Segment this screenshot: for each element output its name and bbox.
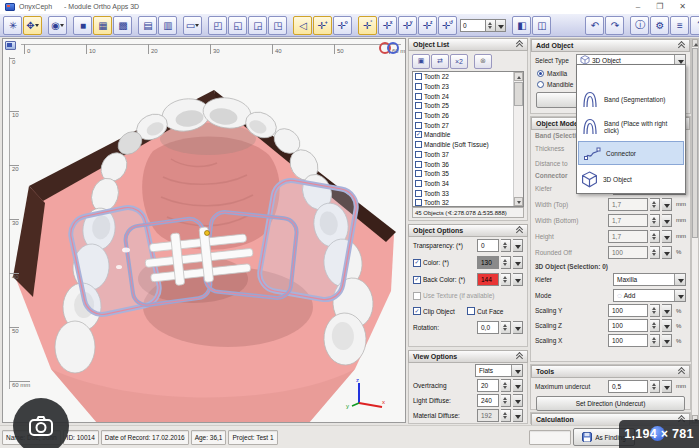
width-bottom-input[interactable]: 1,7 (608, 214, 648, 227)
collapse-chevron-icon[interactable] (517, 227, 523, 234)
rotate-y-button[interactable]: ✛y (398, 16, 417, 35)
use-texture-checkbox[interactable] (413, 292, 421, 300)
rename-object-button[interactable]: ▣ (412, 54, 430, 69)
checkbox[interactable] (415, 73, 422, 80)
object-list-scrollbar[interactable] (513, 72, 523, 206)
crop-frame-button[interactable]: ▭ (183, 16, 202, 35)
scrollbar-thumb[interactable] (692, 48, 698, 238)
scroll-up-icon[interactable] (692, 39, 698, 47)
checkbox[interactable] (415, 170, 422, 177)
rotate-view-button[interactable]: ◉ (48, 16, 67, 35)
checkbox[interactable] (415, 83, 422, 90)
checkbox[interactable] (415, 180, 422, 187)
minimize-button[interactable]: – (636, 2, 640, 11)
mode-dropdown[interactable]: ◌ Add (613, 289, 686, 302)
spinner-up-down-icon[interactable] (650, 246, 660, 259)
3d-viewport[interactable]: 0102030405060 mm 0102030405060 mm z x y (2, 38, 406, 423)
layout-2x2-button[interactable]: ▦ (93, 16, 112, 35)
checkbox[interactable] (415, 122, 422, 129)
menu-item-connector[interactable]: Connector (578, 141, 684, 165)
rotation-angle-input[interactable]: 0 (460, 19, 486, 32)
dropdown-arrow-icon[interactable] (662, 334, 672, 347)
spinner-up-down-icon[interactable] (501, 321, 511, 334)
redo-button[interactable]: ↷ (605, 16, 624, 35)
spinner-up-down-icon[interactable] (501, 273, 511, 286)
object-list-item[interactable]: Tooth 22 (413, 72, 523, 82)
dropdown-arrow-icon[interactable] (662, 304, 672, 317)
checkbox[interactable] (415, 151, 422, 158)
spinner-up-down-icon[interactable] (501, 239, 511, 252)
object-list-item[interactable]: Tooth 37 (413, 150, 523, 160)
dropdown-arrow-icon[interactable] (513, 379, 523, 392)
camera-lens-button[interactable] (13, 398, 69, 448)
dropdown-arrow-icon[interactable] (662, 214, 672, 227)
width-top-input[interactable]: 1,7 (608, 198, 648, 211)
help-button[interactable]: ? (690, 16, 699, 35)
clip-plane-button[interactable]: ◁ (293, 16, 312, 35)
checkbox[interactable]: ✓ (415, 131, 422, 138)
layout-3x3-button[interactable]: ▩ (113, 16, 132, 35)
dropdown-arrow-icon[interactable] (513, 321, 523, 334)
scaling-z-input[interactable]: 100 (608, 319, 648, 332)
kiefer2-dropdown[interactable]: Maxilla (613, 273, 686, 286)
spinner-up-down-icon[interactable] (501, 409, 511, 422)
object-list-item[interactable]: Tooth 36 (413, 159, 523, 169)
render-mode-dropdown[interactable]: Flats (475, 364, 523, 377)
dropdown-arrow-icon[interactable] (662, 198, 672, 211)
scaling-x-input[interactable]: 100 (608, 334, 648, 347)
checkbox[interactable] (415, 112, 422, 119)
spinner-up-down-icon[interactable] (650, 319, 660, 332)
collapse-chevron-icon[interactable] (517, 353, 523, 360)
maximize-button[interactable]: ❐ (656, 2, 663, 11)
spinner-up-down-icon[interactable] (486, 19, 496, 32)
clip-object-checkbox[interactable]: ✓ (413, 307, 421, 315)
maxilla-radio[interactable] (537, 70, 544, 77)
add-point-button[interactable]: ✛+ (313, 16, 332, 35)
dropdown-arrow-icon[interactable] (496, 19, 506, 32)
back-color-checkbox[interactable]: ✓ (413, 276, 421, 284)
menu-item-3d-object[interactable]: 3D Object (577, 166, 685, 193)
view-options-header[interactable]: View Options (408, 350, 528, 363)
dropdown-arrow-icon[interactable] (662, 246, 672, 259)
object-list-item[interactable]: Tooth 34 (413, 179, 523, 189)
dropdown-arrow-icon[interactable] (662, 230, 672, 243)
checkbox[interactable] (415, 190, 422, 197)
layout-single-button[interactable]: ■ (73, 16, 92, 35)
right-column-scrollbar[interactable] (691, 38, 699, 424)
dropdown-arrow-icon[interactable] (662, 380, 672, 393)
rotate-z-button[interactable]: ✛z (418, 16, 437, 35)
settings-button[interactable]: ⚙ (650, 16, 669, 35)
dropdown-arrow-icon[interactable] (511, 365, 522, 376)
object-list-item[interactable]: Tooth 26 (413, 111, 523, 121)
object-list-header[interactable]: Object List (408, 38, 528, 51)
add-object-header[interactable]: Add Object (531, 39, 690, 52)
menu-item-band-segmentation[interactable]: Band (Segmentation) (577, 86, 685, 113)
menu-item-band-place[interactable]: Band (Place with right click) (577, 113, 685, 140)
object-list-item[interactable]: Tooth 32 (413, 198, 523, 207)
swap-objects-button[interactable]: ⇄ (431, 54, 449, 69)
object-list-item[interactable]: Tooth 27 (413, 120, 523, 130)
object-list-item[interactable]: Tooth 25 (413, 101, 523, 111)
spinner-up-down-icon[interactable] (501, 256, 511, 269)
load-project-button[interactable]: ◲ (248, 16, 267, 35)
object-list-item[interactable]: Tooth 35 (413, 169, 523, 179)
color-checkbox[interactable]: ✓ (413, 259, 421, 267)
checkbox[interactable] (415, 199, 422, 206)
rotate-step-button[interactable]: ✛° (358, 16, 377, 35)
rounded-off-input[interactable]: 100 (608, 246, 648, 259)
query-point-button[interactable]: ✛o (333, 16, 352, 35)
spinner-up-down-icon[interactable] (650, 198, 660, 211)
max-undercut-input[interactable]: 0,5 (608, 380, 648, 393)
pointer-star-button[interactable]: ✳ (3, 16, 22, 35)
spinner-up-down-icon[interactable] (650, 380, 660, 393)
object-list-item[interactable]: Mandible (Soft Tissue) (413, 140, 523, 150)
spinner-up-down-icon[interactable] (650, 230, 660, 243)
close-button[interactable]: ✕ (679, 2, 686, 11)
object-list-item[interactable]: Tooth 23 (413, 82, 523, 92)
scroll-up-icon[interactable] (514, 72, 523, 81)
save-scene-button[interactable]: ◱ (228, 16, 247, 35)
dropdown-arrow-icon[interactable] (513, 273, 523, 286)
object-list-item[interactable]: Tooth 24 (413, 91, 523, 101)
dropdown-arrow-icon[interactable] (513, 409, 523, 422)
light-diffuse-input[interactable]: 240 (477, 394, 499, 407)
